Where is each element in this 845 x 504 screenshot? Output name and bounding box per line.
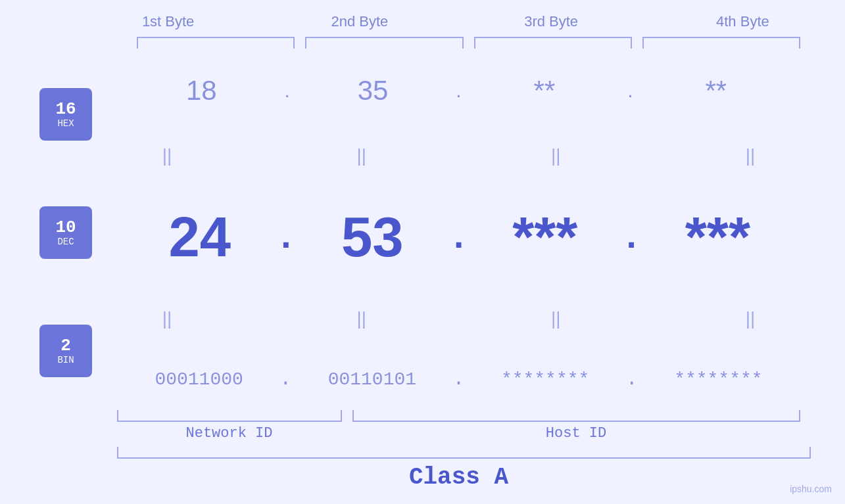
bottom-brackets-row xyxy=(112,410,806,422)
dec-badge-label: DEC xyxy=(57,237,74,247)
dec-badge-number: 10 xyxy=(55,218,76,237)
hex-data-row: 18 . 35 . ** . ** xyxy=(112,75,806,106)
bottom-section: Network ID Host ID Class A xyxy=(112,410,806,491)
bin-b3: ******** xyxy=(465,369,626,390)
bin-data-row: 00011000 . 00110101 . ******** . *******… xyxy=(112,368,806,390)
eq2-b2: || xyxy=(313,308,410,329)
dec-badge: 10 DEC xyxy=(39,206,92,259)
bracket-byte3 xyxy=(474,37,632,49)
eq1-spacer1 xyxy=(216,145,313,166)
network-id-bracket xyxy=(117,410,342,422)
eq2-spacer1 xyxy=(216,308,313,329)
class-label: Class A xyxy=(112,464,806,491)
equals-row-2: || || || || xyxy=(112,308,806,329)
host-id-bracket xyxy=(352,410,800,422)
bin-badge-number: 2 xyxy=(60,336,71,355)
bracket-byte2 xyxy=(305,37,463,49)
byte2-label: 2nd Byte xyxy=(264,13,455,30)
eq1-b2: || xyxy=(313,145,410,166)
bin-badge-label: BIN xyxy=(57,355,74,365)
dec-b4: *** xyxy=(637,205,799,269)
hex-dot2: . xyxy=(456,80,461,102)
bin-badge: 2 BIN xyxy=(39,325,92,377)
network-id-label: Network ID xyxy=(117,425,341,442)
byte3-label: 3rd Byte xyxy=(456,13,647,30)
bin-b4: ******** xyxy=(638,369,799,390)
eq2-b1: || xyxy=(118,308,216,329)
eq1-b3: || xyxy=(507,145,604,166)
eq1-b4: || xyxy=(702,145,799,166)
eq2-spacer2 xyxy=(410,308,508,329)
host-id-label: Host ID xyxy=(352,425,800,442)
dec-dot3: . xyxy=(626,214,636,260)
hex-badge-label: HEX xyxy=(57,118,74,129)
bin-dot1: . xyxy=(279,368,291,390)
dec-dot2: . xyxy=(454,214,464,260)
eq2-b3: || xyxy=(507,308,604,329)
hex-badge-number: 16 xyxy=(55,100,76,119)
bin-b1: 00011000 xyxy=(118,369,279,390)
hex-b4: ** xyxy=(633,75,800,106)
badges-column: 16 HEX 10 DEC 2 BIN xyxy=(39,55,112,410)
eq1-b1: || xyxy=(118,145,216,166)
byte4-label: 4th Byte xyxy=(647,13,838,30)
dec-dot1: . xyxy=(281,214,291,260)
bracket-byte4 xyxy=(642,37,800,49)
dec-b2: 53 xyxy=(291,205,454,269)
bin-dot2: . xyxy=(452,368,464,390)
equals-row-1: || || || || xyxy=(112,145,806,166)
byte1-label: 1st Byte xyxy=(72,13,264,30)
header-row: 1st Byte 2nd Byte 3rd Byte 4th Byte xyxy=(72,13,838,30)
hex-badge: 16 HEX xyxy=(39,88,92,141)
hex-b3: ** xyxy=(462,75,628,106)
main-container: 1st Byte 2nd Byte 3rd Byte 4th Byte 16 H… xyxy=(0,0,845,504)
dec-b3: *** xyxy=(464,205,626,269)
data-area: 18 . 35 . ** . ** || || || || 24 xyxy=(112,55,806,410)
eq1-spacer3 xyxy=(604,145,702,166)
bin-b2: 00110101 xyxy=(291,369,452,390)
dec-data-row: 24 . 53 . *** . *** xyxy=(112,205,806,269)
hex-b2: 35 xyxy=(290,75,456,106)
eq2-spacer3 xyxy=(604,308,702,329)
top-brackets xyxy=(132,37,806,49)
bracket-byte1 xyxy=(137,37,295,49)
class-bracket xyxy=(117,447,811,459)
hex-dot1: . xyxy=(285,80,290,102)
hex-dot3: . xyxy=(627,80,633,102)
eq2-b4: || xyxy=(702,308,799,329)
main-area: 16 HEX 10 DEC 2 BIN 18 . 35 . ** . xyxy=(39,55,806,410)
network-host-labels: Network ID Host ID xyxy=(112,425,806,442)
watermark: ipshu.com xyxy=(790,484,832,494)
dec-b1: 24 xyxy=(118,205,281,269)
bin-dot3: . xyxy=(626,368,638,390)
hex-b1: 18 xyxy=(118,75,285,106)
eq1-spacer2 xyxy=(410,145,508,166)
